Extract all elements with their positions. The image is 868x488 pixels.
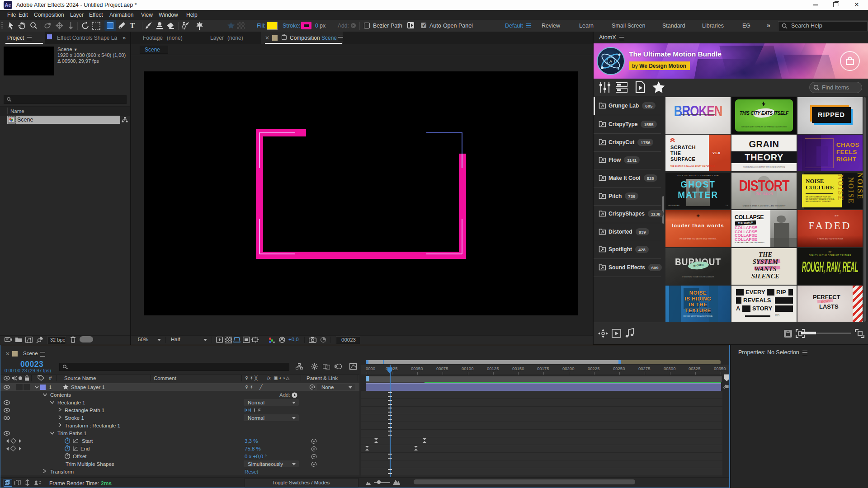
svg-text:A: A: [609, 59, 612, 64]
